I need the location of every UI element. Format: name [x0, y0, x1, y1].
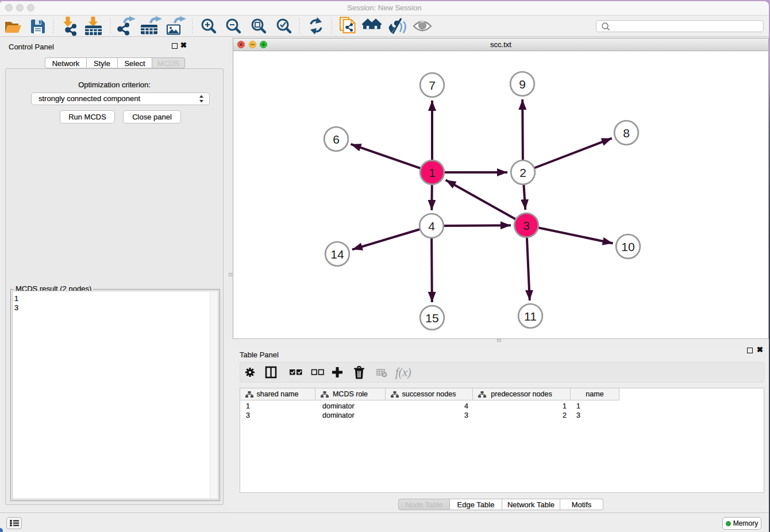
svg-text:3: 3: [523, 219, 530, 232]
svg-text:11: 11: [524, 310, 537, 323]
svg-text:7: 7: [429, 79, 436, 92]
svg-text:1: 1: [429, 166, 436, 179]
svg-text:14: 14: [330, 248, 344, 261]
svg-text:4: 4: [428, 219, 435, 233]
svg-text:10: 10: [621, 240, 634, 253]
svg-text:f(x): f(x): [395, 366, 411, 379]
svg-text:6: 6: [333, 133, 340, 146]
svg-text:15: 15: [425, 311, 438, 325]
svg-text:8: 8: [623, 126, 630, 140]
svg-text:9: 9: [519, 78, 526, 91]
svg-text:2: 2: [519, 166, 526, 179]
